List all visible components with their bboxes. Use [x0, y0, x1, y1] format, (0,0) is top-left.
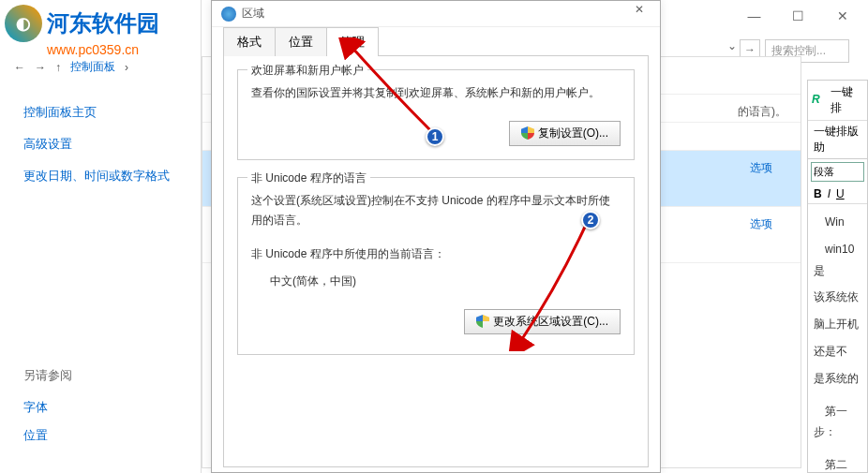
annotation-badge-1: 1 — [426, 127, 444, 146]
annotation-badge-2: 2 — [581, 211, 600, 229]
change-locale-label: 更改系统区域设置(C)... — [493, 314, 608, 330]
control-panel-sidebar: ← → ↑ 控制面板 › 控制面板主页 高级设置 更改日期、时间或数字格式 另请… — [0, 0, 202, 473]
body-line: win10是 — [814, 239, 861, 282]
globe-icon — [221, 7, 236, 22]
sidebar-item-home[interactable]: 控制面板主页 — [23, 96, 177, 128]
close-button[interactable]: ✕ — [821, 3, 863, 29]
window-controls: — ☐ ✕ — [733, 3, 863, 29]
breadcrumb-control-panel[interactable]: 控制面板 — [70, 59, 115, 75]
panel-logo-icon: R — [812, 93, 827, 108]
breadcrumb-separator-icon: › — [125, 61, 128, 74]
current-locale: 中文(简体，中国) — [251, 272, 621, 292]
group-title-unicode: 非 Unicode 程序的语言 — [247, 170, 370, 186]
region-dialog: 区域 ✕ 格式 位置 管理 欢迎屏幕和新用户帐户 查看你的国际设置并将其复制到欢… — [211, 0, 661, 473]
list-desc-suffix: 的语言)。 — [738, 104, 786, 120]
nav-forward-icon[interactable]: → — [35, 61, 46, 74]
body-line: 该系统依 — [814, 287, 861, 308]
change-locale-button[interactable]: 更改系统区域设置(C)... — [464, 309, 621, 334]
panel-body: Win win10是 该系统依 脑上开机 还是不 是系统的 第一步： 第二步： — [808, 204, 867, 473]
group-title-welcome: 欢迎屏幕和新用户帐户 — [247, 63, 367, 79]
underline-button[interactable]: U — [836, 187, 845, 200]
dialog-close-button[interactable]: ✕ — [621, 3, 658, 25]
options-link[interactable]: 选项 — [750, 160, 786, 176]
nav-back-icon[interactable]: ← — [14, 61, 25, 74]
tab-format[interactable]: 格式 — [223, 27, 276, 56]
shield-icon — [521, 126, 534, 140]
body-line: 第一步： — [814, 401, 861, 444]
body-line: 是系统的 — [814, 368, 861, 390]
body-line: Win — [814, 212, 861, 233]
copy-settings-label: 复制设置(O)... — [538, 126, 608, 141]
group-text-unicode: 这个设置(系统区域设置)控制在不支持 Unicode 的程序中显示文本时所使用的… — [251, 191, 621, 231]
options-link[interactable]: 选项 — [750, 216, 786, 232]
sidebar-section-title: 另请参阅 — [23, 367, 72, 384]
right-side-panel: R 一键排 一键排版助 段落 B I U Win win10是 该系统依 脑上开… — [807, 80, 868, 473]
sidebar-item-date-format[interactable]: 更改日期、时间或数字格式 — [23, 160, 177, 192]
dialog-title: 区域 — [242, 6, 264, 22]
breadcrumb-dropdown-icon[interactable]: ⌄ — [727, 39, 737, 52]
maximize-button[interactable]: ☐ — [777, 3, 819, 29]
bold-button[interactable]: B — [814, 187, 822, 200]
body-line: 还是不 — [814, 341, 861, 362]
non-unicode-group: 非 Unicode 程序的语言 这个设置(系统区域设置)控制在不支持 Unico… — [237, 177, 635, 355]
body-line: 脑上开机 — [814, 314, 861, 335]
body-line: 第二步： — [814, 454, 861, 473]
nav-up-icon[interactable]: ↑ — [55, 61, 61, 74]
panel-title: 一键排版助 — [808, 121, 867, 159]
tab-administrative[interactable]: 管理 — [326, 27, 379, 56]
tab-location[interactable]: 位置 — [275, 27, 327, 56]
italic-button[interactable]: I — [828, 187, 831, 200]
minimize-button[interactable]: — — [733, 3, 775, 29]
group-subtitle-unicode: 非 Unicode 程序中所使用的当前语言： — [251, 244, 621, 265]
sidebar-item-location[interactable]: 位置 — [23, 421, 72, 450]
shield-icon — [476, 315, 489, 328]
group-text-welcome: 查看你的国际设置并将其复制到欢迎屏幕、系统帐户和新的用户帐户。 — [251, 83, 621, 104]
copy-settings-button[interactable]: 复制设置(O)... — [509, 121, 621, 146]
sidebar-item-advanced[interactable]: 高级设置 — [23, 128, 177, 160]
paragraph-dropdown[interactable]: 段落 — [811, 162, 864, 182]
sidebar-item-fonts[interactable]: 字体 — [23, 393, 72, 421]
welcome-screen-group: 欢迎屏幕和新用户帐户 查看你的国际设置并将其复制到欢迎屏幕、系统帐户和新的用户帐… — [237, 69, 635, 160]
panel-brand: 一键排 — [831, 84, 863, 116]
